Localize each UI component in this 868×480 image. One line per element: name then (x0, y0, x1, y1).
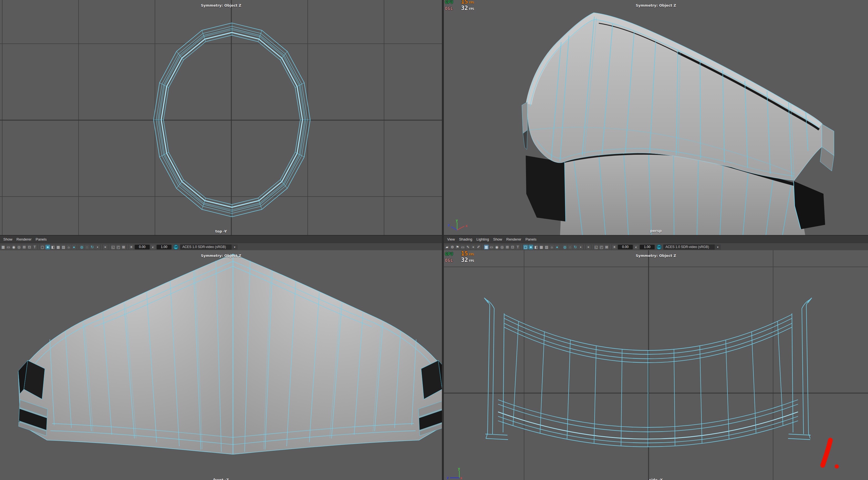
menu-view[interactable]: View (447, 237, 455, 241)
wireframe-on-shaded-icon[interactable]: ◧ (534, 245, 538, 249)
grid-icon[interactable]: ▦ (1, 245, 5, 249)
colorspace-toggle[interactable]: ON (656, 244, 661, 250)
camera-attributes-icon[interactable]: ⚙ (450, 245, 455, 249)
gamma-icon[interactable]: ◐ (634, 245, 639, 249)
colorspace-toggle[interactable]: ON (173, 244, 179, 250)
dropdown-arrow-icon: ▾ (231, 244, 238, 250)
menu-panels[interactable]: Panels (525, 237, 536, 241)
depth-of-field-icon[interactable]: ▪ (578, 245, 583, 249)
depth-of-field-icon[interactable]: ▪ (95, 245, 100, 249)
paste-buffer-icon[interactable]: ◰ (599, 245, 604, 249)
menu-shading[interactable]: Shading (459, 237, 472, 241)
viewport-persp-view[interactable]: GPU 15 FPS OGL 32 FPS y x z Symmetry: Ob… (444, 0, 868, 235)
viewport-front-view[interactable]: Symmetry: Object Z front -Z (0, 250, 442, 480)
safe-title-icon[interactable]: T (32, 245, 37, 249)
snapshot-icon[interactable]: ⊠ (604, 245, 609, 249)
panel-menubar: View Shading Lighting Show Renderer Pane… (444, 236, 868, 243)
persp-canvas (444, 0, 868, 235)
exposure-field[interactable]: 0.00 (618, 245, 633, 249)
gamma-field[interactable]: 1.00 (157, 245, 172, 249)
safe-action-icon[interactable]: ⊡ (27, 245, 32, 249)
menu-show[interactable]: Show (493, 237, 502, 241)
occlusion-icon[interactable]: ◍ (80, 245, 84, 249)
paste-buffer-icon[interactable]: ◰ (116, 245, 121, 249)
toolbar-separator (482, 244, 483, 249)
toolbar-separator (592, 244, 592, 249)
shadows-icon[interactable]: ● (72, 245, 76, 249)
dropdown-arrow-icon: ▾ (715, 244, 721, 250)
lighting-icon[interactable]: ☼ (66, 245, 71, 249)
menu-panels[interactable]: Panels (36, 237, 47, 241)
pan-zoom-icon[interactable]: ⌖ (471, 245, 476, 249)
maya-four-view-layout: Symmetry: Object Z top -Y (0, 0, 868, 480)
panel-header-strip: Show Renderer Panels ▦▭◉◎⊞⊡T▢■◧▩▨☼●◍◌↻▪⌖… (0, 235, 868, 250)
menu-show[interactable]: Show (3, 237, 12, 241)
toolbar-separator (584, 244, 585, 249)
exposure-icon[interactable]: ☀ (612, 245, 617, 249)
resolution-gate-icon[interactable]: ◉ (494, 245, 499, 249)
panel-toolbar: ▰⚙⚑▭✎⌖✐▦▭◉◎⊞⊡T▢■◧▩▨☼●◍◌↻▪⌖◱◰⊠☀0.00◐1.00O… (444, 243, 868, 251)
toolbar-separator (127, 244, 128, 249)
gamma-icon[interactable]: ◐ (151, 245, 155, 249)
gate-mask-icon[interactable]: ◎ (500, 245, 504, 249)
isolate-select-icon[interactable]: ⌖ (586, 245, 591, 249)
toolbar-separator (78, 244, 78, 249)
gate-mask-icon[interactable]: ◎ (17, 245, 21, 249)
field-chart-icon[interactable]: ⊞ (505, 245, 510, 249)
snap-to-view-icon[interactable]: ✐ (476, 245, 481, 249)
colorspace-dropdown-label: ACES 1.0 SDR-video (sRGB) (663, 244, 715, 250)
viewport-top-view[interactable]: Symmetry: Object Z top -Y (0, 0, 442, 235)
motion-blur-icon[interactable]: ◌ (568, 245, 572, 249)
textured-icon[interactable]: ▩ (56, 245, 61, 249)
viewport-divider[interactable] (442, 0, 444, 480)
viewport-side-view[interactable]: GPU 15 FPS OGL 32 FPS y z x Symmetry: Ob… (444, 250, 868, 480)
grid-icon[interactable]: ▦ (484, 245, 489, 249)
safe-title-icon[interactable]: T (516, 245, 520, 249)
toolbar-separator (522, 244, 522, 249)
motion-blur-icon[interactable]: ◌ (85, 245, 89, 249)
panel-header-right: View Shading Lighting Show Renderer Pane… (444, 236, 868, 251)
exposure-field[interactable]: 0.00 (135, 245, 150, 249)
use-default-material-icon[interactable]: ▨ (544, 245, 549, 249)
shadows-icon[interactable]: ● (555, 245, 559, 249)
panel-menubar: Show Renderer Panels (0, 236, 442, 243)
safe-action-icon[interactable]: ⊡ (510, 245, 515, 249)
film-gate-icon[interactable]: ▭ (489, 245, 494, 249)
film-gate-icon[interactable]: ▭ (6, 245, 11, 249)
camera-bookmark-icon[interactable]: ⚑ (455, 245, 460, 249)
smooth-shade-icon[interactable]: ■ (45, 245, 50, 249)
wireframe-icon[interactable]: ▢ (40, 245, 45, 249)
front-view-canvas (0, 250, 442, 480)
use-default-material-icon[interactable]: ▨ (61, 245, 66, 249)
colorspace-dropdown-label: ACES 1.0 SDR-video (sRGB) (180, 244, 231, 250)
anti-aliasing-icon[interactable]: ↻ (573, 245, 578, 249)
camera-icon[interactable]: ▰ (445, 245, 450, 249)
menu-renderer[interactable]: Renderer (17, 237, 32, 241)
field-chart-icon[interactable]: ⊞ (22, 245, 27, 249)
colorspace-dropdown[interactable]: ACES 1.0 SDR-video (sRGB)▾ (180, 244, 238, 250)
grease-pencil-icon[interactable]: ✎ (466, 245, 470, 249)
wireframe-icon[interactable]: ▢ (523, 245, 528, 249)
occlusion-icon[interactable]: ◍ (562, 245, 567, 249)
menu-lighting[interactable]: Lighting (476, 237, 489, 241)
panel-toolbar: ▦▭◉◎⊞⊡T▢■◧▩▨☼●◍◌↻▪⌖◱◰⊠☀0.00◐1.00ONACES 1… (0, 243, 442, 251)
copy-buffer-icon[interactable]: ◱ (594, 245, 598, 249)
gamma-field[interactable]: 1.00 (640, 245, 655, 249)
menu-renderer[interactable]: Renderer (506, 237, 521, 241)
copy-buffer-icon[interactable]: ◱ (111, 245, 115, 249)
smooth-shade-icon[interactable]: ■ (528, 245, 533, 249)
colorspace-dropdown[interactable]: ACES 1.0 SDR-video (sRGB)▾ (663, 244, 721, 250)
panel-header-left: Show Renderer Panels ▦▭◉◎⊞⊡T▢■◧▩▨☼●◍◌↻▪⌖… (0, 236, 442, 251)
toolbar-separator (610, 244, 611, 249)
side-view-canvas (444, 250, 868, 480)
image-plane-icon[interactable]: ▭ (460, 245, 465, 249)
textured-icon[interactable]: ▩ (539, 245, 544, 249)
resolution-gate-icon[interactable]: ◉ (11, 245, 16, 249)
exposure-icon[interactable]: ☀ (129, 245, 134, 249)
anti-aliasing-icon[interactable]: ↻ (90, 245, 95, 249)
top-view-canvas (0, 0, 442, 235)
wireframe-on-shaded-icon[interactable]: ◧ (51, 245, 55, 249)
snapshot-icon[interactable]: ⊠ (121, 245, 126, 249)
isolate-select-icon[interactable]: ⌖ (103, 245, 107, 249)
lighting-icon[interactable]: ☼ (550, 245, 554, 249)
